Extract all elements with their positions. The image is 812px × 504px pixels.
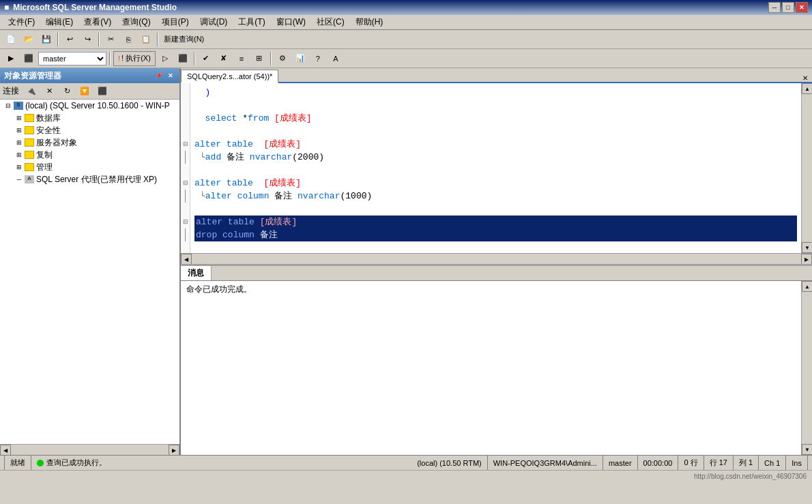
folder-databases-icon bbox=[25, 114, 34, 122]
explorer-tree[interactable]: ⊟ S (local) (SQL Server 10.50.1600 - WIN… bbox=[0, 100, 179, 444]
execute-button[interactable]: ! ! 执行(X) bbox=[113, 51, 156, 66]
open-btn[interactable]: 📂 bbox=[20, 32, 37, 47]
explorer-filter-btn[interactable]: 🔽 bbox=[76, 84, 93, 99]
execute-icon: ! bbox=[118, 55, 120, 63]
menu-debug[interactable]: 调试(D) bbox=[194, 15, 233, 29]
code-line-2 bbox=[194, 99, 797, 112]
redo-btn[interactable]: ↪ bbox=[79, 32, 96, 47]
tree-item-server[interactable]: ⊟ S (local) (SQL Server 10.50.1600 - WIN… bbox=[0, 100, 179, 112]
scroll-left-btn[interactable]: ◀ bbox=[0, 445, 11, 456]
copy-btn[interactable]: ⎘ bbox=[120, 32, 136, 47]
results-tab-messages[interactable]: 消息 bbox=[181, 266, 212, 280]
grid-btn[interactable]: ⊞ bbox=[251, 51, 267, 66]
code-editor-container[interactable]: ⊟ └ ⊟ └ ⊟ └ ) select *from [成绩表] alter t… bbox=[181, 83, 812, 253]
explorer-connect-btn[interactable]: 🔌 bbox=[23, 84, 40, 99]
status-col: 列 1 bbox=[734, 456, 759, 470]
tb-btn-2[interactable]: ⬛ bbox=[20, 51, 37, 66]
sql-editor[interactable]: ) select *from [成绩表] alter table [成绩表] └… bbox=[190, 83, 801, 253]
cut-btn[interactable]: ✂ bbox=[102, 32, 119, 47]
expand-replication[interactable]: ⊞ bbox=[14, 151, 25, 158]
watermark-bar: http://blog.csdn.net/weixin_46907306 bbox=[0, 470, 812, 482]
cancel-btn[interactable]: ✘ bbox=[216, 51, 232, 66]
close-button[interactable]: ✕ bbox=[796, 2, 808, 13]
fold-markers: ⊟ └ ⊟ └ ⊟ └ bbox=[181, 83, 190, 253]
menu-view[interactable]: 查看(V) bbox=[78, 15, 117, 29]
menu-query[interactable]: 查询(Q) bbox=[117, 15, 156, 29]
tree-item-agent-label: SQL Server 代理(已禁用代理 XP) bbox=[36, 174, 157, 186]
window-controls: ─ □ ✕ bbox=[768, 2, 808, 13]
status-ch-label: Ch 1 bbox=[764, 459, 780, 467]
status-ready-label: 就绪 bbox=[10, 458, 25, 468]
settings-btn[interactable]: ⚙ bbox=[274, 51, 291, 66]
tree-item-management[interactable]: ⊞ 管理 bbox=[0, 161, 179, 173]
code-line-9: └alter column 备注 nvarchar(1000) bbox=[194, 190, 797, 203]
connect-label: 连接 bbox=[3, 85, 19, 97]
stop-btn[interactable]: ⬛ bbox=[175, 51, 191, 66]
sep-tb2-2 bbox=[194, 52, 195, 65]
undo-btn[interactable]: ↩ bbox=[61, 32, 78, 47]
parse-btn[interactable]: ▷ bbox=[157, 51, 173, 66]
maximize-button[interactable]: □ bbox=[782, 2, 794, 13]
menu-edit[interactable]: 编辑(E) bbox=[40, 15, 78, 29]
folder-security-icon bbox=[25, 126, 34, 134]
panel-pin-btn[interactable]: 📌 bbox=[153, 72, 164, 79]
minimize-button[interactable]: ─ bbox=[768, 2, 781, 13]
status-user: WIN-PEQOIQ3GRM4\Admini... bbox=[488, 456, 603, 470]
menu-tools[interactable]: 工具(T) bbox=[233, 15, 270, 29]
properties-btn[interactable]: 📊 bbox=[292, 51, 308, 66]
results-btn[interactable]: ≡ bbox=[233, 51, 250, 66]
menu-window[interactable]: 窗口(W) bbox=[271, 15, 311, 29]
tab-close-btn[interactable]: ✕ bbox=[801, 74, 809, 82]
tree-item-security[interactable]: ⊞ 安全性 bbox=[0, 124, 179, 136]
status-server-label: (local) (10.50 RTM) bbox=[417, 459, 482, 467]
agent-icon: A bbox=[25, 175, 34, 183]
explorer-disconnect-btn[interactable]: ✕ bbox=[41, 84, 57, 99]
explorer-refresh-btn[interactable]: ↻ bbox=[59, 84, 75, 99]
results-scroll-up-btn[interactable]: ▲ bbox=[802, 281, 812, 292]
editor-tab-query[interactable]: SQLQuery2.s...ator (54))* bbox=[181, 70, 278, 83]
code-line-5: alter table [成绩表] bbox=[194, 138, 797, 151]
results-scrollbar-right[interactable]: ▲ ▼ bbox=[801, 281, 812, 455]
status-ins-label: Ins bbox=[792, 459, 802, 467]
tree-item-databases-label: 数据库 bbox=[36, 113, 61, 124]
menu-file[interactable]: 文件(F) bbox=[3, 15, 40, 29]
code-line-7 bbox=[194, 164, 797, 177]
format-btn[interactable]: A bbox=[328, 51, 344, 66]
new-query-btn[interactable]: 📄 bbox=[3, 32, 19, 47]
database-selector[interactable]: master bbox=[38, 52, 106, 65]
code-line-12: drop column 备注 bbox=[194, 228, 797, 241]
scroll-down-btn[interactable]: ▼ bbox=[802, 242, 812, 253]
tb-btn-1[interactable]: ▶ bbox=[3, 51, 19, 66]
menu-project[interactable]: 项目(P) bbox=[156, 15, 194, 29]
success-message: 命令已成功完成。 bbox=[186, 284, 252, 294]
expand-databases[interactable]: ⊞ bbox=[14, 115, 25, 121]
panel-close-btn[interactable]: ✕ bbox=[166, 72, 175, 79]
scroll-up-btn[interactable]: ▲ bbox=[802, 83, 812, 94]
tree-item-replication-label: 复制 bbox=[36, 149, 53, 161]
explorer-stop-btn[interactable]: ⬛ bbox=[94, 84, 111, 99]
editor-scrollbar-right[interactable]: ▲ ▼ bbox=[801, 83, 812, 253]
menu-help[interactable]: 帮助(H) bbox=[350, 15, 389, 29]
expand-server-objects[interactable]: ⊞ bbox=[14, 139, 25, 146]
results-tab-bar: 消息 bbox=[181, 266, 812, 281]
help-btn[interactable]: ? bbox=[310, 51, 326, 66]
expand-security[interactable]: ⊞ bbox=[14, 127, 25, 134]
sep-1 bbox=[57, 33, 59, 46]
tree-item-server-objects[interactable]: ⊞ 服务器对象 bbox=[0, 136, 179, 149]
explorer-bottom-scrollbar[interactable]: ◀ ▶ bbox=[0, 444, 179, 455]
results-scroll-down-btn[interactable]: ▼ bbox=[802, 444, 812, 455]
editor-scroll-right-btn[interactable]: ▶ bbox=[801, 254, 812, 265]
save-btn[interactable]: 💾 bbox=[38, 32, 55, 47]
check-btn[interactable]: ✔ bbox=[198, 51, 214, 66]
tree-item-databases[interactable]: ⊞ 数据库 bbox=[0, 112, 179, 124]
editor-scroll-left-btn[interactable]: ◀ bbox=[181, 254, 192, 265]
tree-item-replication[interactable]: ⊞ 复制 bbox=[0, 149, 179, 161]
menu-community[interactable]: 社区(C) bbox=[311, 15, 350, 29]
paste-btn[interactable]: 📋 bbox=[138, 32, 154, 47]
scroll-right-btn[interactable]: ▶ bbox=[169, 445, 179, 456]
expand-server[interactable]: ⊟ bbox=[3, 102, 14, 109]
expand-management[interactable]: ⊞ bbox=[14, 164, 25, 171]
tree-item-agent[interactable]: ─ A SQL Server 代理(已禁用代理 XP) bbox=[0, 173, 179, 186]
tab-close-area: ✕ bbox=[801, 74, 812, 82]
editor-bottom-scrollbar[interactable]: ◀ ▶ bbox=[181, 253, 812, 264]
